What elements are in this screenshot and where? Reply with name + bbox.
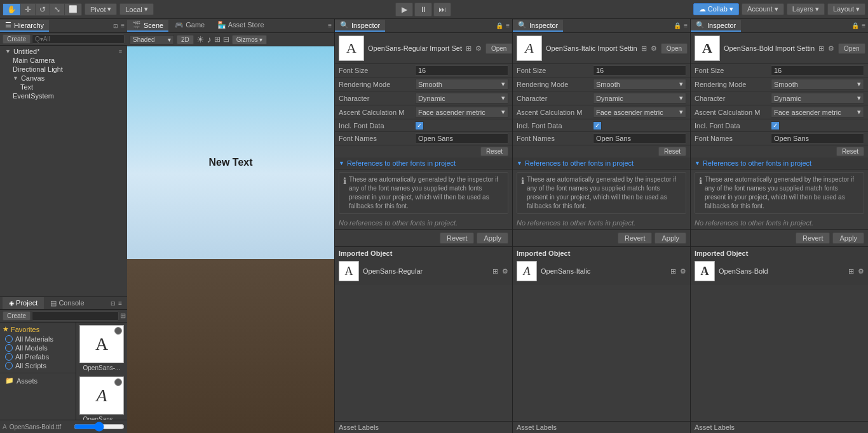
inspector-0-ref-section[interactable]: ▼ References to other fonts in project xyxy=(335,157,512,170)
inspector-1-copy-icon[interactable]: ⊞ xyxy=(641,44,647,53)
inspector-2-inclFont-checkbox[interactable] xyxy=(771,121,780,130)
inspector-1-settings-icon[interactable]: ⚙ xyxy=(651,44,657,53)
lighting-toggle[interactable]: ☀ xyxy=(196,34,205,44)
inspector-0-fontsize-input[interactable] xyxy=(415,65,508,76)
inspector-2-ascent-dropdown[interactable]: Face ascender metric ▾ xyxy=(771,107,864,117)
hierarchy-create-button[interactable]: Create xyxy=(3,34,31,44)
hierarchy-item-canvas[interactable]: ▼ Canvas xyxy=(0,74,127,83)
project-minimize-icon[interactable]: ⊡ xyxy=(111,300,116,307)
hierarchy-item-main-camera[interactable]: Main Camera xyxy=(0,56,127,65)
hierarchy-tab[interactable]: ☰ Hierarchy xyxy=(0,20,49,32)
rect-tool[interactable] xyxy=(65,4,81,15)
fx-toggle[interactable]: ⊞ xyxy=(214,35,220,44)
inspector-1-rendering-dropdown[interactable]: Smooth ▾ xyxy=(593,79,686,90)
inspector-1-open-button[interactable]: Open xyxy=(661,43,688,54)
inspector-2-revert-button[interactable]: Revert xyxy=(796,232,830,244)
inspector-2-fontsize-input[interactable] xyxy=(771,65,864,76)
inspector-1-imported-settings[interactable]: ⚙ xyxy=(680,267,686,276)
scene-tab[interactable]: 🎬 Scene xyxy=(127,20,168,32)
inspector-0-imported-copy[interactable]: ⊞ xyxy=(492,267,498,276)
inspector-1-reset-button[interactable]: Reset xyxy=(658,147,686,156)
fav-all-models[interactable]: All Models xyxy=(0,343,76,352)
inspector-0-rendering-dropdown[interactable]: Smooth ▾ xyxy=(415,79,508,90)
project-search-input[interactable] xyxy=(32,311,119,321)
inspector-0-fontnames-input[interactable] xyxy=(415,133,508,143)
assets-folder-item[interactable]: 📁 Assets xyxy=(0,376,76,385)
inspector-0-imported-settings[interactable]: ⚙ xyxy=(502,267,508,276)
move-tool[interactable] xyxy=(21,4,36,15)
scene-close-icon[interactable]: ≡ xyxy=(328,22,332,29)
inspector-1-revert-button[interactable]: Revert xyxy=(618,232,652,244)
hierarchy-minimize-icon[interactable]: ⊡ xyxy=(113,23,118,29)
scene-options[interactable]: ⊟ xyxy=(223,35,229,44)
inspector-1-lock-icon[interactable]: 🔒 xyxy=(674,22,681,29)
pivot-button[interactable]: Pivot ▾ xyxy=(85,3,117,15)
fav-all-prefabs[interactable]: All Prefabs xyxy=(0,352,76,361)
project-close-icon[interactable]: ≡ xyxy=(118,300,122,307)
inspector-2-fontnames-input[interactable] xyxy=(771,133,864,143)
asset-item-opensans-italic[interactable]: A OpenSans-... xyxy=(79,376,125,420)
project-tab[interactable]: ◈ Project xyxy=(3,297,44,309)
inspector-1-ascent-dropdown[interactable]: Face ascender metric ▾ xyxy=(593,107,686,117)
step-button[interactable]: ⏭ xyxy=(433,3,451,17)
console-tab[interactable]: ▤ Console xyxy=(44,297,90,309)
inspector-0-tab[interactable]: 🔍 Inspector xyxy=(335,20,385,32)
game-tab[interactable]: 🎮 Game xyxy=(168,18,211,33)
inspector-2-tab[interactable]: 🔍 Inspector xyxy=(691,20,741,32)
asset-item-opensans-regular[interactable]: A OpenSans-... xyxy=(79,325,125,371)
shading-dropdown[interactable]: Shaded ▾ xyxy=(130,35,174,44)
inspector-2-imported-settings[interactable]: ⚙ xyxy=(858,267,864,276)
play-button[interactable]: ▶ xyxy=(395,3,413,17)
inspector-0-open-button[interactable]: Open xyxy=(485,43,512,54)
inspector-1-imported-copy[interactable]: ⊞ xyxy=(670,267,676,276)
hierarchy-item-text[interactable]: Text xyxy=(0,83,127,91)
inspector-1-tab[interactable]: 🔍 Inspector xyxy=(513,20,563,32)
inspector-2-apply-button[interactable]: Apply xyxy=(832,232,864,244)
inspector-0-lock-icon[interactable]: 🔒 xyxy=(496,22,503,29)
hierarchy-item-untitled[interactable]: ▼ Untitled* ≡ xyxy=(0,47,127,56)
hierarchy-close-icon[interactable]: ≡ xyxy=(121,22,125,29)
inspector-1-fontsize-input[interactable] xyxy=(593,65,686,76)
asset-store-tab[interactable]: 🏪 Asset Store xyxy=(211,18,270,33)
layout-button[interactable]: Layout ▾ xyxy=(827,3,865,15)
project-view-icon[interactable]: ⊞ xyxy=(120,312,126,320)
gizmos-button[interactable]: Gizmos ▾ xyxy=(232,35,268,44)
inspector-2-options-icon[interactable]: ≡ xyxy=(862,22,865,29)
inspector-1-inclFont-checkbox[interactable] xyxy=(593,121,602,130)
scale-tool[interactable] xyxy=(50,4,65,15)
local-button[interactable]: Local ▾ xyxy=(119,3,153,15)
inspector-1-ref-section[interactable]: ▼ References to other fonts in project xyxy=(513,157,690,170)
inspector-2-ref-section[interactable]: ▼ References to other fonts in project xyxy=(691,157,868,170)
inspector-2-reset-button[interactable]: Reset xyxy=(836,147,864,156)
inspector-2-imported-copy[interactable]: ⊞ xyxy=(848,267,854,276)
inspector-2-copy-icon[interactable]: ⊞ xyxy=(818,44,824,53)
inspector-0-copy-icon[interactable]: ⊞ xyxy=(466,44,471,53)
fav-all-materials[interactable]: All Materials xyxy=(0,335,76,343)
inspector-2-lock-icon[interactable]: 🔒 xyxy=(851,22,859,29)
inspector-0-reset-button[interactable]: Reset xyxy=(480,147,508,156)
inspector-2-open-button[interactable]: Open xyxy=(838,43,865,54)
inspector-1-character-dropdown[interactable]: Dynamic ▾ xyxy=(593,93,686,103)
inspector-0-inclFont-checkbox[interactable] xyxy=(415,121,424,130)
inspector-1-options-icon[interactable]: ≡ xyxy=(684,22,688,29)
inspector-0-revert-button[interactable]: Revert xyxy=(440,232,474,244)
inspector-0-character-dropdown[interactable]: Dynamic ▾ xyxy=(415,93,508,103)
inspector-2-rendering-dropdown[interactable]: Smooth ▾ xyxy=(771,79,864,90)
inspector-1-apply-button[interactable]: Apply xyxy=(654,232,686,244)
hierarchy-item-eventsystem[interactable]: EventSystem xyxy=(0,91,127,100)
hierarchy-item-directional-light[interactable]: Directional Light xyxy=(0,65,127,74)
inspector-1-fontnames-input[interactable] xyxy=(593,133,686,143)
inspector-0-apply-button[interactable]: Apply xyxy=(477,232,508,244)
inspector-0-settings-icon[interactable]: ⚙ xyxy=(475,44,482,53)
rotate-tool[interactable] xyxy=(36,4,50,15)
2d-button[interactable]: 2D xyxy=(177,35,194,44)
inspector-0-ascent-dropdown[interactable]: Face ascender metric ▾ xyxy=(415,107,508,117)
scene-view[interactable]: New Text xyxy=(127,46,334,433)
inspector-2-settings-icon[interactable]: ⚙ xyxy=(828,44,834,53)
audio-toggle[interactable]: ♪ xyxy=(207,34,212,44)
pause-button[interactable]: ⏸ xyxy=(414,3,432,17)
inspector-2-character-dropdown[interactable]: Dynamic ▾ xyxy=(771,93,864,103)
hand-tool[interactable] xyxy=(3,4,21,15)
project-create-button[interactable]: Create xyxy=(3,311,31,321)
hierarchy-search-input[interactable] xyxy=(32,34,125,44)
